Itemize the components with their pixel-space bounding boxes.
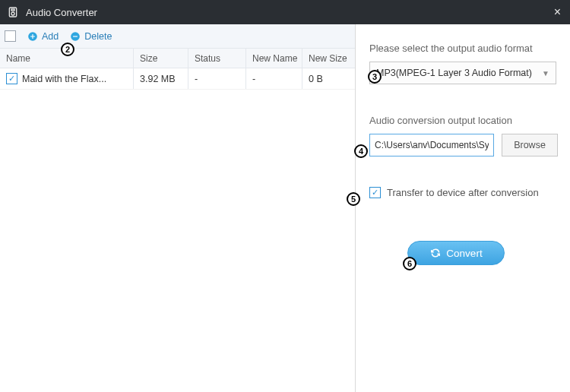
format-value: MP3(MPEG-1 Layer 3 Audio Format)	[376, 68, 532, 78]
row-size: 3.92 MB	[134, 68, 188, 89]
refresh-icon	[429, 247, 442, 259]
titlebar: Audio Converter ×	[0, 0, 570, 24]
step-badge-3: 3	[368, 70, 382, 84]
settings-pane: Please select the output audio format MP…	[356, 24, 570, 392]
col-size[interactable]: Size	[134, 49, 188, 68]
delete-icon	[69, 30, 81, 43]
location-label: Audio conversion output location	[369, 115, 558, 126]
row-newsize: 0 B	[302, 68, 355, 89]
table-header: Name Size Status New Name New Size	[0, 49, 355, 68]
format-dropdown[interactable]: MP3(MPEG-1 Layer 3 Audio Format) ▼	[369, 62, 556, 84]
step-badge-5: 5	[347, 192, 360, 206]
col-status[interactable]: Status	[188, 49, 246, 68]
delete-button[interactable]: Delete	[69, 30, 112, 43]
add-button[interactable]: Add	[27, 30, 59, 43]
chevron-down-icon: ▼	[542, 69, 549, 77]
svg-point-1	[11, 12, 14, 15]
row-checkbox[interactable]: ✓	[6, 73, 17, 84]
table-row[interactable]: ✓ Maid with the Flax... 3.92 MB - - 0 B	[0, 68, 355, 90]
transfer-checkbox[interactable]: ✓	[369, 187, 381, 198]
file-list-pane: Add Delete Name Size Status New Name New…	[0, 24, 356, 392]
transfer-label: Transfer to device after conversion	[387, 187, 539, 198]
window-title: Audio Converter	[26, 7, 97, 18]
app-icon	[6, 5, 20, 19]
add-label: Add	[42, 31, 59, 42]
close-icon[interactable]: ×	[551, 5, 564, 19]
row-status: -	[188, 68, 246, 89]
add-icon	[27, 30, 39, 43]
step-badge-6: 6	[403, 257, 416, 270]
row-newname: -	[246, 68, 302, 89]
toolbar: Add Delete	[0, 24, 355, 49]
svg-rect-5	[73, 36, 78, 36]
output-path-input[interactable]	[369, 134, 494, 156]
convert-button[interactable]: Convert	[407, 241, 505, 265]
svg-rect-2	[11, 9, 14, 11]
col-newname[interactable]: New Name	[246, 49, 302, 68]
row-filename: Maid with the Flax...	[22, 74, 106, 84]
col-newsize[interactable]: New Size	[302, 49, 355, 68]
step-badge-4: 4	[354, 144, 368, 158]
delete-label: Delete	[84, 31, 112, 42]
select-all-checkbox[interactable]	[5, 30, 16, 42]
browse-button[interactable]: Browse	[502, 134, 558, 156]
step-badge-2: 2	[61, 43, 74, 56]
convert-label: Convert	[446, 248, 482, 259]
format-label: Please select the output audio format	[369, 43, 558, 54]
